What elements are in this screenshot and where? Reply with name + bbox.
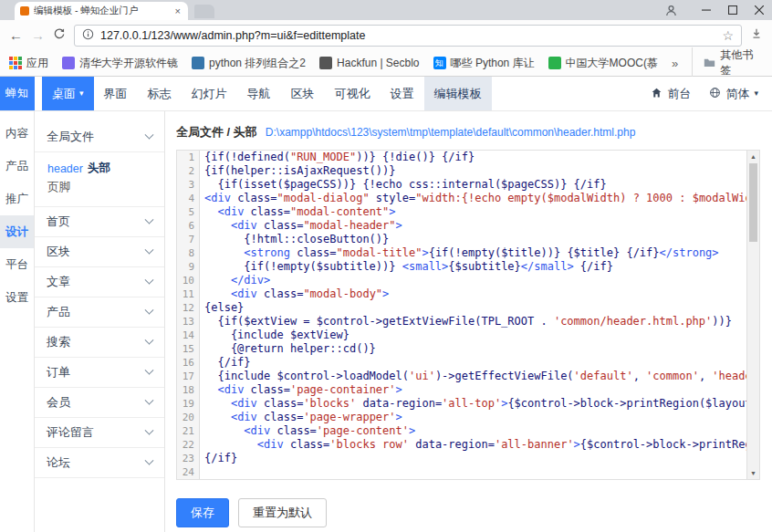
topnav-item[interactable]: 导航 — [237, 77, 281, 110]
bookmark-item[interactable]: Hackfun | Secblo — [319, 57, 420, 69]
topnav-item[interactable]: 标志 — [138, 77, 182, 110]
code-line: 24 — [177, 465, 746, 479]
topnav-item[interactable]: 设置 — [381, 77, 424, 110]
topnav-item[interactable]: 幻灯片 — [182, 77, 237, 110]
sidebar-section-header[interactable]: 文章 — [35, 267, 164, 297]
sidebar-section-header[interactable]: 评论留言 — [35, 418, 164, 448]
rail-item[interactable]: 内容 — [0, 117, 34, 150]
app-logo[interactable]: 蝉知 — [0, 77, 35, 110]
code-area[interactable]: 1{if(!defined("RUN_MODE"))} {!die()} {/i… — [177, 151, 746, 479]
favicon-icon — [62, 57, 75, 69]
code-text: </div> — [200, 274, 746, 287]
bookmark-label: 中国大学MOOC(慕 — [566, 56, 658, 71]
code-text: {@return helper::cd()} — [200, 342, 746, 356]
sidebar-section-header[interactable]: 搜索 — [35, 328, 164, 358]
topnav-item[interactable]: 可视化 — [325, 77, 381, 110]
close-button[interactable] — [746, 0, 772, 20]
apps-grid-icon — [9, 57, 22, 69]
scrollbar-thumb[interactable] — [749, 163, 757, 242]
bookmark-star-icon[interactable]: ☆ — [722, 29, 734, 42]
main-content: 全局文件 / 头部 D:\xampp\htdocs\123\system\tmp… — [165, 111, 772, 532]
bookmarks-overflow-icon[interactable]: » — [672, 57, 678, 70]
chevron-down-icon — [145, 455, 154, 464]
code-text: <div class="modal-body"> — [200, 287, 746, 301]
line-number: 24 — [177, 465, 200, 479]
scroll-down-icon[interactable]: ▼ — [747, 467, 759, 479]
code-editor[interactable]: 1{if(!defined("RUN_MODE"))} {!die()} {/i… — [176, 150, 760, 480]
topnav-item[interactable]: 界面 — [94, 77, 138, 110]
bookmark-item[interactable]: 应用 — [9, 56, 48, 71]
bookmark-item[interactable]: 清华大学开源软件镜 — [62, 56, 178, 71]
sidebar-section-children: header头部页脚 — [35, 152, 164, 207]
other-bookmarks[interactable]: 其他书签 — [692, 47, 763, 78]
top-nav-right: 前台 简体 ▾ — [651, 77, 772, 110]
rail-item[interactable]: 设计 — [0, 215, 34, 248]
code-text: <div class='blocks row' data-region='all… — [200, 438, 746, 452]
breadcrumb: 全局文件 / 头部 — [176, 124, 257, 141]
sidebar-section-header[interactable]: 会员 — [35, 388, 164, 418]
tab-close-icon[interactable]: × — [173, 6, 183, 16]
rail-item[interactable]: 设置 — [0, 281, 34, 314]
code-line: 10 </div> — [177, 274, 746, 287]
line-number: 14 — [177, 329, 200, 342]
sidebar-section-label: 会员 — [47, 394, 70, 411]
chevron-down-icon — [145, 305, 154, 314]
new-tab-button[interactable] — [194, 5, 214, 18]
sidebar-section-label: 区块 — [47, 244, 70, 260]
downloads-icon[interactable] — [750, 27, 763, 44]
line-number: 17 — [177, 370, 200, 383]
back-icon[interactable]: ← — [9, 28, 23, 42]
topnav-item[interactable]: 编辑模板 — [424, 77, 492, 110]
line-number: 1 — [177, 151, 200, 164]
file-path: D:\xampp\htdocs\123\system\tmp\template\… — [266, 126, 636, 139]
save-button[interactable]: 保存 — [176, 498, 229, 527]
code-text: {if(!defined("RUN_MODE"))} {!die()} {/if… — [200, 151, 746, 164]
bookmark-item[interactable]: 中国大学MOOC(慕 — [548, 56, 658, 71]
language-label: 简体 — [725, 86, 749, 102]
code-line: 12{else} — [177, 301, 746, 315]
reset-default-button[interactable]: 重置为默认 — [238, 498, 327, 527]
chevron-down-icon — [145, 275, 154, 284]
code-text: <div class="modal-dialog" style="width:{… — [200, 192, 746, 205]
forward-icon[interactable]: → — [31, 28, 45, 42]
sidebar-section-header[interactable]: 首页 — [35, 207, 164, 237]
rail-item[interactable]: 推广 — [0, 183, 34, 215]
sidebar-section-header[interactable]: 论坛 — [35, 448, 164, 478]
line-number: 23 — [177, 452, 200, 465]
topnav-item[interactable]: 区块 — [281, 77, 325, 110]
bookmark-item[interactable]: python 排列组合之2 — [192, 56, 306, 71]
code-text: {include $extView} — [200, 329, 746, 342]
editor-scrollbar[interactable]: ▲ ▼ — [746, 151, 759, 479]
topnav-item[interactable]: 桌面▾ — [42, 77, 94, 110]
maximize-button[interactable] — [719, 0, 746, 20]
site-favicon-icon — [20, 6, 29, 16]
address-bar[interactable]: 127.0.0.1/123/www/admin.php?m=ui&f=editt… — [74, 25, 742, 47]
topnav-item-label: 界面 — [104, 86, 128, 102]
sidebar-section-label: 首页 — [47, 214, 70, 230]
line-number: 6 — [177, 219, 200, 233]
url-text[interactable]: 127.0.0.1/123/www/admin.php?m=ui&f=editt… — [100, 29, 715, 42]
sidebar-subitem[interactable]: 页脚 — [47, 178, 164, 197]
profile-icon[interactable] — [664, 4, 678, 17]
subitem-label: 页脚 — [47, 180, 70, 195]
sidebar-section-header[interactable]: 区块 — [35, 237, 164, 267]
code-text: {/if} — [200, 356, 746, 370]
refresh-icon[interactable] — [53, 27, 66, 44]
topnav-item-label: 幻灯片 — [192, 86, 227, 102]
rail-item[interactable]: 平台 — [0, 248, 34, 281]
minimize-button[interactable] — [693, 0, 719, 20]
bookmark-label: Hackfun | Secblo — [337, 57, 420, 69]
sidebar-section-header[interactable]: 订单 — [35, 358, 164, 388]
bookmark-item[interactable]: 知哪些 Python 库让 — [433, 56, 535, 71]
rail-item[interactable]: 产品 — [0, 150, 34, 183]
info-icon[interactable] — [82, 27, 94, 44]
frontend-link[interactable]: 前台 — [651, 86, 691, 102]
line-number: 22 — [177, 438, 200, 452]
language-menu[interactable]: 简体 ▾ — [709, 86, 758, 102]
sidebar-section-header[interactable]: 产品 — [35, 297, 164, 328]
sidebar-subitem[interactable]: header头部 — [47, 159, 164, 178]
topnav-item-label: 设置 — [391, 86, 414, 102]
sidebar-section-header[interactable]: 全局文件 — [35, 122, 164, 152]
browser-tab[interactable]: 编辑模板 - 蝉知企业门户 × — [15, 2, 188, 20]
scroll-up-icon[interactable]: ▲ — [747, 151, 759, 162]
